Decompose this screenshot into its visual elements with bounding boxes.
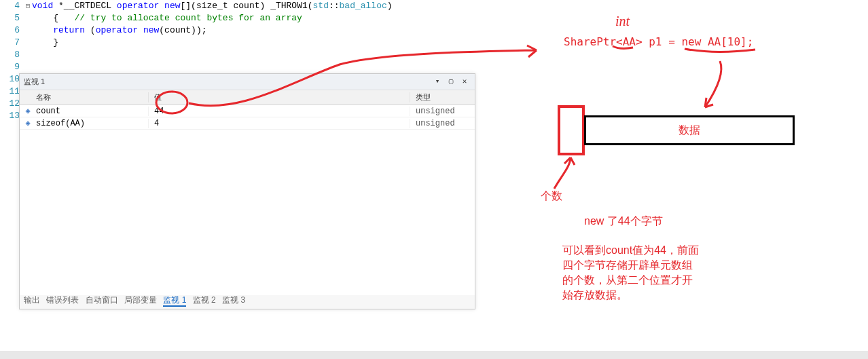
- line-number: 9: [0, 61, 24, 73]
- watch-header-type[interactable]: 类型: [410, 92, 475, 102]
- line-number: 7: [0, 37, 24, 49]
- tab-watch1[interactable]: 监视 1: [163, 295, 186, 307]
- watch-row-type: unsigned: [410, 119, 475, 128]
- fold-gutter-icon[interactable]: ⊟: [24, 0, 32, 12]
- pin-icon[interactable]: ▢: [445, 76, 457, 88]
- fold-gutter-icon: [24, 12, 32, 24]
- watch-titlebar[interactable]: 监视 1 ▾ ▢ ✕: [20, 74, 475, 90]
- underline-newexpr: [685, 49, 755, 52]
- memory-data-box: 数据: [584, 115, 795, 145]
- watch-window[interactable]: 监视 1 ▾ ▢ ✕ 名称 值 类型 ◈count44unsigned◈size…: [19, 73, 475, 309]
- watch-row-name[interactable]: count: [36, 107, 149, 116]
- code-content[interactable]: { // try to allocate count bytes for an …: [32, 12, 530, 24]
- watch-row-value[interactable]: 4: [149, 119, 410, 128]
- tab-locals[interactable]: 局部变量: [124, 295, 157, 305]
- annotation-code-snippet: SharePtr<AA> p1 = new AA[10];: [564, 35, 753, 48]
- code-line[interactable]: 9: [0, 61, 530, 73]
- arrow-down-path: [705, 61, 721, 107]
- tab-output[interactable]: 输出: [24, 295, 40, 305]
- annotation-count-label: 个数: [541, 189, 562, 204]
- code-line[interactable]: 6 return (operator new(count));: [0, 24, 530, 37]
- fold-gutter-icon: [24, 24, 32, 37]
- watch-row-name[interactable]: sizeof(AA): [36, 119, 149, 128]
- close-icon[interactable]: ✕: [458, 76, 471, 88]
- watch-header-value[interactable]: 值: [149, 92, 410, 102]
- watch-column-headers: 名称 值 类型: [20, 90, 475, 105]
- dropdown-icon[interactable]: ▾: [431, 76, 444, 88]
- line-number: 6: [0, 24, 24, 37]
- arrow-count-head-icon: [564, 157, 575, 165]
- arrow-down-head-icon: [705, 98, 713, 107]
- tab-watch3[interactable]: 监视 3: [222, 295, 245, 305]
- watch-body: ◈count44unsigned◈sizeof(AA)4unsigned: [20, 105, 475, 295]
- code-line[interactable]: 7 }: [0, 37, 530, 49]
- watch-tabs: 输出 错误列表 自动窗口 局部变量 监视 1 监视 2 监视 3: [24, 295, 249, 306]
- code-content[interactable]: }: [32, 37, 530, 49]
- watch-row[interactable]: ◈sizeof(AA)4unsigned: [20, 117, 475, 130]
- annotation-int-label: int: [615, 14, 630, 29]
- memory-data-label: 数据: [679, 123, 700, 138]
- line-number: 4: [0, 0, 24, 12]
- watch-row-value[interactable]: 44: [149, 107, 410, 116]
- fold-gutter-icon: [24, 49, 32, 61]
- variable-icon: ◈: [20, 106, 36, 116]
- status-bar: [0, 351, 868, 359]
- watch-row-type: unsigned: [410, 107, 475, 116]
- code-content[interactable]: return (operator new(count));: [32, 24, 530, 37]
- code-content[interactable]: [32, 61, 530, 73]
- watch-header-name[interactable]: 名称: [20, 92, 149, 102]
- fold-gutter-icon: [24, 61, 32, 73]
- fold-gutter-icon: [24, 37, 32, 49]
- underline-aa: [613, 46, 633, 49]
- arrow-count-path: [554, 157, 571, 189]
- tab-watch2[interactable]: 监视 2: [193, 295, 216, 305]
- code-line[interactable]: 4⊟void *__CRTDECL operator new[](size_t …: [0, 0, 530, 12]
- line-number: 5: [0, 12, 24, 24]
- annotation-paragraph: 可以看到count值为44，前面 四个字节存储开辟单元数组 的个数，从第二个位置…: [562, 243, 699, 303]
- line-number: 8: [0, 49, 24, 61]
- code-content[interactable]: void *__CRTDECL operator new[](size_t co…: [32, 0, 530, 12]
- variable-icon: ◈: [20, 118, 36, 128]
- annotation-line1: new 了44个字节: [584, 214, 663, 229]
- tab-autos[interactable]: 自动窗口: [86, 295, 118, 305]
- code-line[interactable]: 8: [0, 49, 530, 61]
- code-line[interactable]: 5 { // try to allocate count bytes for a…: [0, 12, 530, 24]
- code-content[interactable]: [32, 49, 530, 61]
- watch-row[interactable]: ◈count44unsigned: [20, 105, 475, 117]
- memory-count-box: [558, 105, 585, 155]
- tab-error-list[interactable]: 错误列表: [46, 295, 79, 305]
- watch-title: 监视 1: [24, 77, 430, 87]
